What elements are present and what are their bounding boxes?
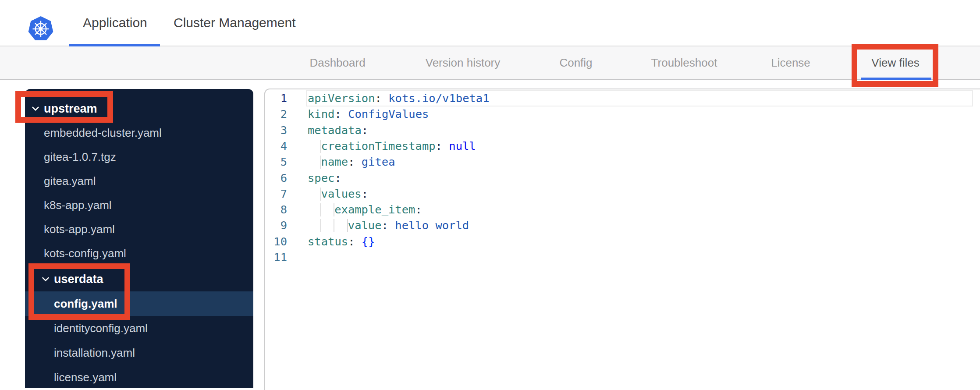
code-text: status: {}	[308, 234, 375, 250]
code-text: values:	[321, 186, 368, 202]
code-text: value: hello world	[348, 217, 469, 234]
file-tree-label: kots-config.yaml	[44, 247, 126, 260]
code-text: spec:	[308, 170, 341, 186]
code-text: creationTimestamp: null	[321, 138, 476, 154]
file-tree-sidebar: upstreamembedded-cluster.yamlgitea-1.0.7…	[25, 89, 253, 388]
subnav-tab-config[interactable]: Config	[559, 46, 592, 79]
tab-cluster-management[interactable]: Cluster Management	[174, 0, 295, 46]
top-navbar: Application Cluster Management	[0, 0, 980, 46]
code-line-6[interactable]: 6spec:	[265, 170, 980, 186]
code-text: apiVersion: kots.io/v1beta1	[308, 90, 490, 106]
file-tree-item-userdata[interactable]: userdata	[25, 267, 253, 291]
line-number: 5	[265, 154, 287, 170]
file-tree-label: k8s-app.yaml	[44, 199, 112, 212]
file-tree-item-upstream[interactable]: upstream	[25, 96, 253, 121]
file-tree-label: upstream	[44, 102, 97, 116]
code-line-8[interactable]: 8example_item:	[265, 202, 980, 218]
file-tree-item-gitea-yaml[interactable]: gitea.yaml	[25, 169, 253, 193]
code-line-1[interactable]: 1apiVersion: kots.io/v1beta1	[265, 90, 980, 106]
subnav-tab-troubleshoot[interactable]: Troubleshoot	[651, 46, 717, 79]
subnav-tab-version-history[interactable]: Version history	[426, 46, 501, 79]
line-number: 1	[265, 90, 287, 106]
line-number: 3	[265, 122, 287, 138]
file-tree-label: gitea.yaml	[44, 174, 96, 188]
kubernetes-logo-icon[interactable]	[27, 15, 54, 43]
code-text: example_item:	[334, 202, 422, 218]
file-tree-item-license-yaml[interactable]: license.yaml	[25, 365, 253, 390]
line-number: 4	[265, 138, 287, 154]
line-number: 7	[265, 186, 287, 202]
code-line-10[interactable]: 10status: {}	[265, 234, 980, 250]
indent-guide	[320, 219, 321, 232]
line-number: 6	[265, 170, 287, 186]
subnav-tab-view-files[interactable]: View files	[871, 46, 919, 79]
line-number: 11	[265, 249, 287, 266]
code-line-11[interactable]: 11	[265, 249, 980, 266]
subnav-tab-license[interactable]: License	[771, 46, 810, 79]
file-tree-item-identityconfig-yaml[interactable]: identityconfig.yaml	[25, 316, 253, 340]
file-tree-label: license.yaml	[54, 371, 117, 384]
line-number: 2	[265, 106, 287, 122]
chevron-down-icon	[42, 277, 50, 282]
file-tree-label: gitea-1.0.7.tgz	[44, 150, 116, 164]
view-files-active-underline	[861, 78, 931, 80]
indent-guide	[334, 219, 334, 232]
app-subnav: DashboardVersion historyConfigTroublesho…	[0, 46, 980, 80]
code-line-7[interactable]: 7values:	[265, 186, 980, 202]
code-line-4[interactable]: 4creationTimestamp: null	[265, 138, 980, 154]
code-line-5[interactable]: 5name: gitea	[265, 154, 980, 170]
file-tree-label: kots-app.yaml	[44, 223, 115, 236]
file-tree-item-embedded-cluster-yaml[interactable]: embedded-cluster.yaml	[25, 121, 253, 145]
line-number: 8	[265, 202, 287, 218]
file-tree-item-installation-yaml[interactable]: installation.yaml	[25, 340, 253, 365]
file-tree-label: userdata	[54, 273, 103, 286]
code-line-3[interactable]: 3metadata:	[265, 122, 980, 138]
line-number: 9	[265, 217, 287, 234]
file-tree-item-config-yaml[interactable]: config.yaml	[25, 291, 253, 316]
file-tree-label: embedded-cluster.yaml	[44, 126, 162, 140]
file-tree-label: config.yaml	[54, 297, 117, 311]
file-tree-label: identityconfig.yaml	[54, 322, 148, 335]
indent-guide	[320, 203, 321, 216]
code-line-2[interactable]: 2kind: ConfigValues	[265, 106, 980, 122]
code-text: kind: ConfigValues	[308, 106, 429, 122]
subnav-tab-dashboard[interactable]: Dashboard	[309, 46, 365, 79]
file-tree-item-gitea-1-0-7-tgz[interactable]: gitea-1.0.7.tgz	[25, 145, 253, 169]
code-line-9[interactable]: 9value: hello world	[265, 217, 980, 234]
line-number: 10	[265, 234, 287, 250]
file-tree-item-kots-app-yaml[interactable]: kots-app.yaml	[25, 217, 253, 241]
file-tree-item-k8s-app-yaml[interactable]: k8s-app.yaml	[25, 193, 253, 217]
chevron-down-icon	[32, 106, 39, 111]
file-editor[interactable]: 1apiVersion: kots.io/v1beta12kind: Confi…	[264, 89, 980, 390]
code-text: metadata:	[308, 122, 368, 138]
code-text: name: gitea	[321, 154, 395, 170]
file-tree-label: installation.yaml	[54, 346, 135, 360]
tab-application[interactable]: Application	[83, 0, 147, 46]
kots-admin-console: Application Cluster Management Dashboard…	[0, 0, 980, 390]
file-tree-item-kots-config-yaml[interactable]: kots-config.yaml	[25, 241, 253, 266]
